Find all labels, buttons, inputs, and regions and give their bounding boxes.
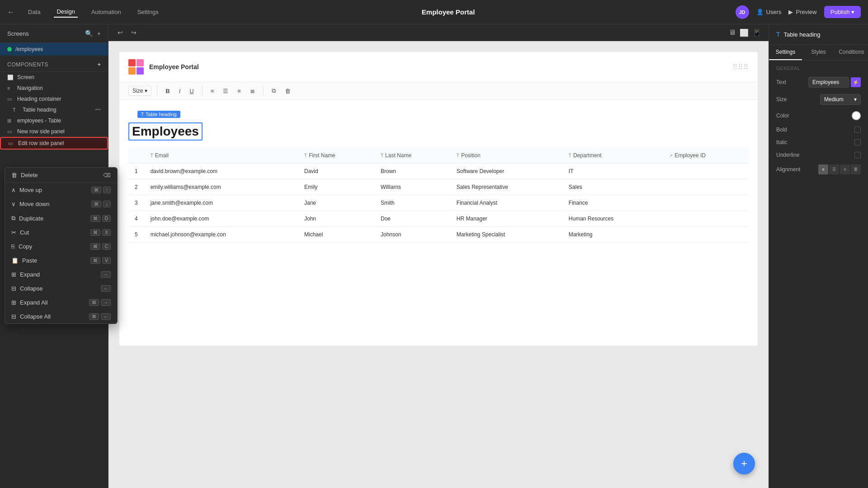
right-header-title: Table heading <box>784 31 821 38</box>
tab-data[interactable]: Data <box>25 7 43 17</box>
italic-button[interactable]: I <box>176 86 184 96</box>
context-paste[interactable]: 📋 Paste ⌘ V <box>5 253 117 267</box>
user-avatar: JD <box>736 5 749 19</box>
table-row[interactable]: 5 michael.johnson@example.con Michael Jo… <box>128 227 749 243</box>
italic-checkbox[interactable] <box>854 139 861 145</box>
component-edit-row-panel[interactable]: ▭ Edit row side panel <box>0 137 108 150</box>
size-select[interactable]: Size ▾ <box>128 86 151 96</box>
context-copy[interactable]: ⎘ Copy ⌘ C <box>5 239 117 253</box>
preview-button[interactable]: ▶ Preview <box>788 9 816 15</box>
align-right-btn[interactable]: ≡ <box>840 164 850 174</box>
undo-button[interactable]: ↩ <box>116 28 125 37</box>
context-move-up[interactable]: ∧ Move up ⌘ ↑ <box>5 183 117 197</box>
alignment-label: Alignment <box>776 166 800 173</box>
align-left-btn[interactable]: ≡ <box>818 164 828 174</box>
logo-grid <box>128 59 144 75</box>
desktop-view-button[interactable]: 🖥 <box>729 28 736 37</box>
logo-sq-orange <box>128 67 136 75</box>
bold-checkbox[interactable] <box>854 127 861 133</box>
align-justify-button[interactable]: ≣ <box>247 86 258 96</box>
duplicate-icon: ⧉ <box>11 215 15 222</box>
table-heading-label-area: T Table heading <box>128 105 749 120</box>
tab-design[interactable]: Design <box>54 6 77 18</box>
lightning-button[interactable]: ⚡ <box>851 77 861 87</box>
mobile-view-button[interactable]: 📱 <box>752 28 761 37</box>
sidebar-header-actions: 🔍 + <box>85 30 101 37</box>
align-center-button[interactable]: ☰ <box>220 86 231 96</box>
context-expand[interactable]: ⊞ Expand → <box>5 267 117 282</box>
component-new-row-panel[interactable]: ▭ New row side panel <box>0 126 108 137</box>
users-icon: 👤 <box>756 9 764 15</box>
tab-styles-right[interactable]: Styles <box>802 45 835 60</box>
duplicate-format-button[interactable]: ⧉ <box>269 86 278 96</box>
align-justify-btn[interactable]: ≣ <box>851 164 861 174</box>
add-component-icon[interactable]: + <box>97 61 101 68</box>
tab-conditions-right[interactable]: Conditions <box>835 45 868 60</box>
components-header: Components + <box>0 56 108 72</box>
field-color: Color <box>769 108 868 123</box>
panel-icon: ▭ <box>7 129 14 135</box>
redo-button[interactable]: ↪ <box>129 28 138 37</box>
employees-heading[interactable]: Employees <box>128 122 203 141</box>
add-screen-icon[interactable]: + <box>97 30 101 37</box>
table-heading-icon: T <box>13 107 19 113</box>
search-icon[interactable]: 🔍 <box>85 30 93 37</box>
move-down-chevron: ∨ <box>11 201 16 207</box>
underline-checkbox[interactable] <box>854 152 861 158</box>
align-center-btn[interactable]: ☰ <box>829 164 839 174</box>
app-name: Employee Portal <box>149 63 199 70</box>
expand-all-icon: ⊞ <box>11 299 16 306</box>
color-picker[interactable] <box>852 111 861 120</box>
underline-button[interactable]: U <box>187 86 196 96</box>
tablet-view-button[interactable]: ⬜ <box>740 28 749 37</box>
publish-button[interactable]: Publish ▾ <box>824 6 861 18</box>
right-panel-tabs: Settings Styles Conditions <box>769 45 868 61</box>
table-row[interactable]: 1 david.brown@example.com David Brown So… <box>128 164 749 179</box>
app-title: Employee Portal <box>170 8 726 16</box>
align-right-button[interactable]: ≡ <box>235 86 244 96</box>
alignment-buttons: ≡ ☰ ≡ ≣ <box>818 164 861 174</box>
expand-icon: ⊞ <box>11 271 16 278</box>
component-heading-container[interactable]: ▭ Heading container <box>0 94 108 104</box>
bold-button[interactable]: B <box>163 86 172 96</box>
fab-button[interactable]: + <box>733 453 755 474</box>
table-row[interactable]: 4 john.doe@example.com John Doe HR Manag… <box>128 211 749 227</box>
context-delete[interactable]: 🗑 Delete ⌫ <box>5 168 117 183</box>
sidebar-item-employees[interactable]: /employees <box>0 43 108 56</box>
table-icon: ⊞ <box>7 118 14 124</box>
component-screen[interactable]: ⬜ Screen <box>0 72 108 83</box>
component-table-heading[interactable]: T Table heading ••• <box>0 104 108 115</box>
canvas-content: Employee Portal ⠿⠿⠿ Size ▾ B I U ≡ ☰ <box>108 41 769 488</box>
back-button[interactable]: ← <box>7 8 14 16</box>
field-alignment: Alignment ≡ ☰ ≡ ≣ <box>769 161 868 178</box>
context-expand-all[interactable]: ⊞ Expand All ⌘ → <box>5 296 117 310</box>
table-row[interactable]: 3 jane.smith@example.com Jane Smith Fina… <box>128 195 749 211</box>
size-dropdown[interactable]: Medium ▾ <box>820 94 861 105</box>
screens-header: Screens 🔍 + <box>0 24 108 43</box>
copy-icon: ⎘ <box>11 243 15 250</box>
users-button[interactable]: 👤 Users <box>756 9 782 15</box>
context-cut[interactable]: ✂ Cut ⌘ X <box>5 225 117 239</box>
nav-right: JD 👤 Users ▶ Preview Publish ▾ <box>736 5 861 19</box>
context-collapse-all[interactable]: ⊟ Collapse All ⌘ ← <box>5 310 117 324</box>
table-body: 1 david.brown@example.com David Brown So… <box>128 164 749 243</box>
screen-icon: ⬜ <box>7 75 14 80</box>
logo-sq-pink <box>137 59 144 66</box>
component-employees-table[interactable]: ⊞ employees - Table <box>0 115 108 126</box>
align-left-button[interactable]: ≡ <box>208 86 217 96</box>
text-input[interactable]: Employees <box>808 77 849 88</box>
tab-automation[interactable]: Automation <box>89 7 124 17</box>
table-heading-options[interactable]: ••• <box>95 107 101 113</box>
bold-label: Bold <box>776 127 787 133</box>
table-row[interactable]: 2 emily.williams@example.com Emily Willi… <box>128 179 749 195</box>
context-collapse[interactable]: ⊟ Collapse ← <box>5 282 117 296</box>
component-navigation[interactable]: ≡ Navigation <box>0 83 108 94</box>
delete-format-button[interactable]: 🗑 <box>282 86 293 96</box>
cut-icon: ✂ <box>11 229 16 236</box>
toolbar-divider <box>157 86 157 95</box>
context-duplicate[interactable]: ⧉ Duplicate ⌘ D <box>5 211 117 225</box>
context-move-down[interactable]: ∨ Move down ⌘ ↓ <box>5 197 117 211</box>
tab-settings[interactable]: Settings <box>135 7 161 17</box>
tab-settings-right[interactable]: Settings <box>769 45 802 60</box>
components-title: Components <box>7 61 48 68</box>
